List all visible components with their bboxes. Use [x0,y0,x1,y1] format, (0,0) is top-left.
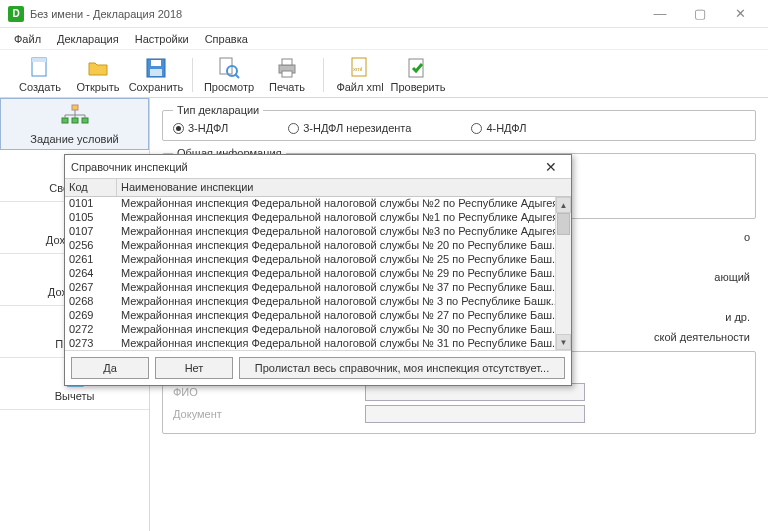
cell-name: Межрайонная инспекция Федеральной налого… [117,337,571,350]
cell-name: Межрайонная инспекция Федеральной налого… [117,211,571,225]
col-name-header[interactable]: Наименование инспекции [117,179,571,196]
svg-rect-1 [32,58,46,62]
tool-create-label: Создать [19,81,61,93]
text-fragment: о [744,231,750,243]
tool-preview-label: Просмотр [204,81,254,93]
declaration-type-group: Тип декларации 3-НДФЛ 3-НДФЛ нерезидента… [162,104,756,141]
svg-rect-3 [151,60,161,66]
new-file-icon [29,57,51,79]
magnifier-icon [218,57,240,79]
svg-rect-14 [72,105,78,110]
table-row[interactable]: 0273Межрайонная инспекция Федеральной на… [65,337,571,350]
svg-rect-17 [82,118,88,123]
sidebar-item-conditions[interactable]: Задание условий [0,98,149,150]
tool-print-label: Печать [269,81,305,93]
table-row[interactable]: 0267Межрайонная инспекция Федеральной на… [65,281,571,295]
scroll-thumb[interactable] [557,213,570,235]
table-row[interactable]: 0261Межрайонная инспекция Федеральной на… [65,253,571,267]
cell-name: Межрайонная инспекция Федеральной налого… [117,323,571,337]
tool-open-label: Открыть [76,81,119,93]
svg-rect-15 [62,118,68,123]
radio-3ndfl-label: 3-НДФЛ [188,122,228,134]
radio-dot-icon [471,123,482,134]
cell-code: 0272 [65,323,117,337]
minimize-button[interactable]: — [640,0,680,28]
menu-settings[interactable]: Настройки [127,31,197,47]
titlebar: D Без имени - Декларация 2018 — ▢ ✕ [0,0,768,28]
radio-4ndfl-label: 4-НДФЛ [486,122,526,134]
app-icon: D [8,6,24,22]
dialog-close-button[interactable]: ✕ [537,159,565,175]
inspection-directory-dialog: Справочник инспекций ✕ Код Наименование … [64,154,572,386]
cell-name: Межрайонная инспекция Федеральной налого… [117,295,571,309]
table-row[interactable]: 0272Межрайонная инспекция Федеральной на… [65,323,571,337]
scroll-up-icon[interactable]: ▲ [556,197,571,213]
cell-code: 0107 [65,225,117,239]
grid-scrollbar[interactable]: ▲ ▼ [555,197,571,350]
tool-print[interactable]: Печать [261,57,313,93]
diskette-icon [145,57,167,79]
xml-icon: xml [349,57,371,79]
cell-code: 0269 [65,309,117,323]
cell-code: 0268 [65,295,117,309]
tool-filexml-label: Файл xml [336,81,383,93]
table-row[interactable]: 0268Межрайонная инспекция Федеральной на… [65,295,571,309]
cell-code: 0261 [65,253,117,267]
svg-text:xml: xml [353,66,362,72]
tool-check-label: Проверить [391,81,446,93]
table-row[interactable]: 0107Межрайонная инспекция Федеральной на… [65,225,571,239]
cell-name: Межрайонная инспекция Федеральной налого… [117,281,571,295]
tool-create[interactable]: Создать [14,57,66,93]
cell-name: Межрайонная инспекция Федеральной налого… [117,225,571,239]
no-button[interactable]: Нет [155,357,233,379]
radio-4ndfl[interactable]: 4-НДФЛ [471,122,526,134]
cell-code: 0273 [65,337,117,350]
text-fragment: и др. [725,311,750,323]
cell-code: 0256 [65,239,117,253]
check-icon [407,57,429,79]
table-row[interactable]: 0264Межрайонная инспекция Федеральной на… [65,267,571,281]
sidebar-deductions-label: Вычеты [55,390,95,402]
tool-filexml[interactable]: xml Файл xml [334,57,386,93]
tool-save[interactable]: Сохранить [130,57,182,93]
tool-open[interactable]: Открыть [72,57,124,93]
svg-rect-10 [282,71,292,77]
close-button[interactable]: ✕ [720,0,760,28]
radio-3ndfl-nonres[interactable]: 3-НДФЛ нерезидента [288,122,411,134]
fio-label: ФИО [173,386,233,398]
svg-rect-9 [282,59,292,65]
cell-code: 0105 [65,211,117,225]
svg-line-7 [235,74,239,78]
scroll-down-icon[interactable]: ▼ [556,334,571,350]
cell-name: Межрайонная инспекция Федеральной налого… [117,253,571,267]
sidebar-conditions-label: Задание условий [30,133,118,145]
col-code-header[interactable]: Код [65,179,117,196]
window-title: Без имени - Декларация 2018 [30,8,640,20]
svg-rect-16 [72,118,78,123]
cell-name: Межрайонная инспекция Федеральной налого… [117,309,571,323]
tool-preview[interactable]: Просмотр [203,57,255,93]
table-row[interactable]: 0256Межрайонная инспекция Федеральной на… [65,239,571,253]
toolbar: Создать Открыть Сохранить Просмотр Печат… [0,50,768,98]
menu-help[interactable]: Справка [197,31,256,47]
table-row[interactable]: 0269Межрайонная инспекция Федеральной на… [65,309,571,323]
menu-declaration[interactable]: Декларация [49,31,127,47]
table-row[interactable]: 0105Межрайонная инспекция Федеральной на… [65,211,571,225]
not-found-button[interactable]: Пролистал весь справочник, моя инспекция… [239,357,565,379]
menu-file[interactable]: Файл [6,31,49,47]
tool-save-label: Сохранить [129,81,184,93]
cell-code: 0101 [65,197,117,211]
maximize-button[interactable]: ▢ [680,0,720,28]
document-field[interactable] [365,405,585,423]
radio-dot-icon [173,123,184,134]
folder-icon [87,57,109,79]
tool-check[interactable]: Проверить [392,57,444,93]
yes-button[interactable]: Да [71,357,149,379]
text-fragment: ающий [714,271,750,283]
radio-3ndfl[interactable]: 3-НДФЛ [173,122,228,134]
table-row[interactable]: 0101Межрайонная инспекция Федеральной на… [65,197,571,211]
grid-header: Код Наименование инспекции [65,179,571,197]
cell-code: 0264 [65,267,117,281]
printer-icon [276,57,298,79]
cell-name: Межрайонная инспекция Федеральной налого… [117,197,571,211]
